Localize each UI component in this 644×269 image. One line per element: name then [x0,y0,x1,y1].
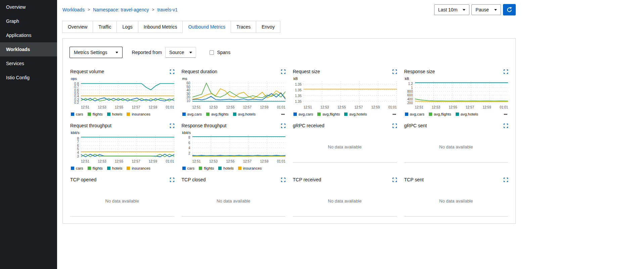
legend-label: hotels [223,166,234,170]
metrics-settings-dropdown[interactable]: Metrics Settings [70,47,123,58]
tab-logs[interactable]: Logs [117,21,138,33]
kebab-dots-icon[interactable]: ••• [504,113,507,116]
chart-plot [81,81,174,104]
expand-icon[interactable] [170,178,174,182]
reported-from-select[interactable]: Source [165,47,196,58]
y-tick-label: 1.35 [295,99,302,103]
expand-icon[interactable] [393,70,397,74]
x-tick-label: 01:01 [166,160,174,163]
legend-swatch [344,113,348,116]
kebab-dots-icon[interactable]: ••• [281,113,285,116]
y-tick-label: 1.2 [408,82,413,86]
spans-checkbox[interactable] [210,50,214,55]
y-tick-label: 4 [77,151,79,154]
chart-card-response-throughput: Response throughputkbit/s864212:5112:531… [182,122,286,170]
tab-envoy[interactable]: Envoy [256,21,280,33]
expand-icon[interactable] [170,70,174,74]
y-axis-ticks: 1.351.351.351.35 [293,81,304,104]
tab-inbound-metrics[interactable]: Inbound Metrics [138,21,183,33]
legend-item-avg-flights[interactable]: avg,flights [429,112,451,116]
x-tick-label: 12:59 [260,160,268,163]
chart-card-grpc-sent: gRPC sentNo data available [404,122,508,163]
plot-area: 1.351.351.351.35 [293,81,397,104]
chart-canvas [192,135,286,158]
legend-item-avg-cars[interactable]: avg,cars [293,112,313,116]
caret-down-icon [494,9,497,11]
tab-traces[interactable]: Traces [231,21,256,33]
legend-swatch [233,113,236,116]
breadcrumb-link-workloads[interactable]: Workloads [62,7,85,12]
legend-item-avg-hotels[interactable]: avg,hotels [344,112,367,116]
x-tick-label: 12:57 [354,105,363,109]
tab-overview[interactable]: Overview [62,21,93,33]
legend-label: insurances [243,166,262,170]
y-tick-label: 3 [77,154,79,158]
expand-icon[interactable] [393,178,397,182]
y-tick-label: 2 [188,151,190,155]
legend-item-hotels[interactable]: hotels [107,112,123,116]
tab-traffic[interactable]: Traffic [93,21,117,33]
chart-plot [81,135,174,158]
chart-legend: carsflightshotelsinsurances [71,112,174,116]
legend-item-avg-cars[interactable]: avg,cars [405,112,424,116]
legend-item-insurances[interactable]: insurances [238,166,262,170]
sidebar-item-workloads[interactable]: Workloads [0,42,57,56]
refresh-button[interactable] [503,4,516,15]
series-line-flights [192,156,286,156]
expand-icon[interactable] [504,70,508,74]
sidebar-item-services[interactable]: Services [0,56,57,71]
legend-item-avg-flights[interactable]: avg,flights [206,112,229,116]
expand-icon[interactable] [170,124,174,128]
reported-from-label: Reported from [132,50,162,55]
legend-item-hotels[interactable]: hotels [107,166,123,170]
breadcrumb-link-namespace-travel-agency[interactable]: Namespace: travel-agency [93,7,149,12]
legend-item-avg-cars[interactable]: avg,cars [182,112,202,116]
chart-canvas [415,81,508,104]
app-root: OverviewGraphApplicationsWorkloadsServic… [0,0,644,269]
x-tick-label: 01:01 [500,105,508,109]
chart-title: gRPC received [293,123,324,128]
sidebar-item-applications[interactable]: Applications [0,28,57,42]
legend-label: avg,cars [410,112,424,116]
chart-canvas [81,135,174,158]
spans-toggle: Spans [210,50,230,55]
legend-item-flights[interactable]: flights [88,112,103,116]
plot-area: 0.80.70.60.50.40.30.2 [70,81,174,104]
legend-item-cars[interactable]: cars [182,166,195,170]
x-tick-label: 12:57 [132,160,140,163]
legend-item-flights[interactable]: flights [88,166,103,170]
expand-icon[interactable] [281,178,285,182]
expand-icon[interactable] [504,124,508,128]
expand-icon[interactable] [393,124,397,128]
legend-swatch [238,167,241,170]
legend-item-flights[interactable]: flights [199,166,214,170]
expand-icon[interactable] [281,70,285,74]
legend-item-cars[interactable]: cars [71,166,83,170]
y-tick-label: 50 [186,85,190,88]
legend-item-avg-hotels[interactable]: avg,hotels [456,112,478,116]
sidebar-item-istio-config[interactable]: Istio Config [0,71,57,85]
sidebar-item-graph[interactable]: Graph [0,14,57,28]
pause-dropdown[interactable]: Pause [471,4,501,15]
expand-icon[interactable] [281,124,285,128]
legend-item-avg-hotels[interactable]: avg,hotels [233,112,256,116]
y-tick-label: 30 [186,92,190,95]
duration-dropdown[interactable]: Last 10m [434,4,470,15]
x-tick-label: 12:53 [209,160,218,163]
legend-item-insurances[interactable]: insurances [127,112,150,116]
x-tick-label: 12:53 [432,105,440,109]
expand-icon[interactable] [504,178,508,182]
tab-outbound-metrics[interactable]: Outbound Metrics [182,21,231,33]
legend-item-insurances[interactable]: insurances [127,166,150,170]
sidebar-item-overview[interactable]: Overview [0,0,57,14]
content-container: Workloads>Namespace: travel-agency>trave… [57,0,521,224]
breadcrumb-link-travels-v1[interactable]: travels-v1 [157,7,178,12]
legend-item-hotels[interactable]: hotels [218,166,234,170]
legend-item-cars[interactable]: cars [71,112,83,116]
chart-plot [304,81,397,104]
x-tick-label: 12:51 [415,105,423,109]
y-axis-unit: kB [405,77,508,81]
legend-item-avg-flights[interactable]: avg,flights [317,112,340,116]
kebab-dots-icon[interactable]: ••• [393,113,396,116]
time-controls: Last 10m Pause [434,4,516,15]
